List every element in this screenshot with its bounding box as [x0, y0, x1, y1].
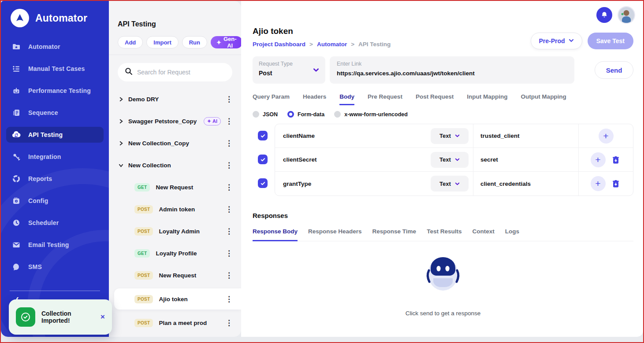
param-type-select[interactable]: Text — [431, 152, 469, 168]
radio-x-www-form-urlencoded[interactable]: x-www-form-urlencoded — [334, 111, 408, 118]
request-type-select[interactable]: Request Type Post — [253, 56, 325, 84]
brand: Automator — [1, 1, 109, 27]
chevron-right-icon[interactable] — [118, 140, 124, 146]
request-name: New Request — [159, 272, 225, 279]
kebab-menu-icon[interactable]: ⋮ — [225, 295, 232, 303]
add-row-button[interactable]: + — [591, 152, 606, 167]
table-row: clientName Text trusted_client + — [275, 124, 633, 148]
request-item[interactable]: POST New Request ⋮ — [118, 266, 232, 284]
sidebar-item-scheduler[interactable]: Scheduler — [6, 215, 104, 231]
notifications-bell-icon[interactable] — [596, 7, 612, 23]
param-value-field[interactable]: trusted_client — [473, 124, 578, 148]
param-value-field[interactable]: client_credentials — [473, 172, 578, 195]
request-type-label: Request Type — [259, 61, 319, 67]
app-window: Automator Automator Manual Test Cases Pe… — [1, 1, 643, 342]
param-type-select[interactable]: Text — [431, 176, 469, 192]
url-label: Enter Link — [337, 61, 567, 67]
sidebar-item-email-testing[interactable]: Email Testing — [6, 237, 104, 253]
sidebar-item-label: Sequence — [28, 109, 58, 116]
add-row-button[interactable]: + — [591, 176, 606, 191]
tab-query-param[interactable]: Query Param — [253, 93, 290, 105]
collection-new-collection[interactable]: New Collection ⋮ — [118, 156, 232, 174]
breadcrumb-automator[interactable]: Automator — [317, 41, 347, 48]
kebab-menu-icon[interactable]: ⋮ — [225, 118, 232, 125]
chevron-right-icon[interactable] — [118, 118, 124, 124]
tab-response-time[interactable]: Response Time — [372, 228, 417, 241]
kebab-menu-icon[interactable]: ⋮ — [225, 206, 232, 213]
delete-row-trash-icon[interactable] — [610, 154, 622, 166]
breadcrumb-separator: > — [309, 41, 313, 48]
form-data-table: clientName Text trusted_client + clientS… — [253, 124, 633, 196]
sidebar-item-reports[interactable]: Reports — [6, 171, 104, 187]
sidebar-item-automator[interactable]: Automator — [6, 39, 104, 55]
kebab-menu-icon[interactable]: ⋮ — [225, 184, 232, 191]
key-icon — [11, 152, 21, 162]
tab-response-headers[interactable]: Response Headers — [308, 228, 362, 241]
tab-input-mapping[interactable]: Input Mapping — [467, 93, 507, 105]
sidebar-item-api-testing[interactable]: API Testing — [6, 127, 104, 143]
sidebar-item-sms[interactable]: SMS — [6, 259, 104, 275]
sidebar-item-sequence[interactable]: Sequence — [6, 105, 104, 121]
document-icon — [11, 108, 21, 118]
toast-close-icon[interactable]: × — [100, 313, 106, 321]
send-button[interactable]: Send — [595, 61, 633, 79]
environment-selector[interactable]: Pre-Prod — [531, 33, 582, 49]
kebab-menu-icon[interactable]: ⋮ — [225, 250, 232, 257]
chevron-down-icon[interactable] — [118, 162, 124, 168]
save-test-button[interactable]: Save Test — [588, 33, 633, 49]
breadcrumb-current: API Testing — [358, 41, 391, 48]
param-type-select[interactable]: Text — [431, 128, 469, 144]
kebab-menu-icon[interactable]: ⋮ — [225, 228, 232, 235]
request-item-selected[interactable]: POST Ajio token ⋮ — [114, 288, 241, 310]
request-item[interactable]: POST Admin token ⋮ — [118, 200, 232, 218]
row-checkbox[interactable] — [258, 131, 268, 140]
request-item[interactable]: GET New Request ⋮ — [118, 178, 232, 196]
radio-form-data[interactable]: Form-data — [287, 111, 324, 118]
delete-row-trash-icon[interactable] — [610, 178, 622, 189]
tab-context[interactable]: Context — [472, 228, 494, 241]
request-item[interactable]: POST Loyalty Admin ⋮ — [118, 222, 232, 240]
request-url-field[interactable]: Enter Link https://qa.services.ajio.com/… — [330, 56, 574, 84]
kebab-menu-icon[interactable]: ⋮ — [225, 162, 232, 169]
brand-name: Automator — [35, 12, 87, 24]
sidebar-item-performance-testing[interactable]: Performance Testing — [6, 83, 104, 99]
tab-body[interactable]: Body — [339, 93, 354, 105]
run-button[interactable]: Run — [182, 36, 207, 48]
collection-demo-dry[interactable]: Demo DRY ⋮ — [118, 90, 232, 108]
row-checkbox[interactable] — [258, 155, 268, 164]
collection-swagger-petstore-copy[interactable]: Swagger Petstore_Copy ✦AI ⋮ — [118, 112, 232, 130]
kebab-menu-icon[interactable]: ⋮ — [225, 319, 232, 327]
tab-response-body[interactable]: Response Body — [253, 228, 298, 241]
add-button[interactable]: Add — [118, 36, 143, 48]
param-value-field[interactable]: secret — [473, 148, 578, 171]
request-search[interactable] — [118, 63, 232, 81]
tab-test-results[interactable]: Test Results — [427, 228, 462, 241]
kebab-menu-icon[interactable]: ⋮ — [225, 272, 232, 279]
gen-ai-button[interactable]: ✦ Gen-AI — [211, 36, 241, 48]
tab-output-mapping[interactable]: Output Mapping — [521, 93, 566, 105]
pie-chart-icon — [11, 174, 21, 184]
sidebar-item-manual-test-cases[interactable]: Manual Test Cases — [6, 61, 104, 77]
kebab-menu-icon[interactable]: ⋮ — [225, 140, 232, 147]
sidebar-item-config[interactable]: Config — [6, 193, 104, 209]
import-button[interactable]: Import — [146, 36, 178, 48]
request-item[interactable]: GET Loyalty Profile ⋮ — [118, 244, 232, 262]
tab-logs[interactable]: Logs — [505, 228, 519, 241]
breadcrumb-project-dashboard[interactable]: Project Dashboard — [253, 41, 305, 48]
param-key-field[interactable]: grantType — [283, 181, 431, 187]
search-input[interactable] — [137, 69, 225, 76]
add-row-button[interactable]: + — [599, 129, 614, 144]
row-checkbox[interactable] — [258, 178, 268, 188]
sidebar-item-integration[interactable]: Integration — [6, 149, 104, 165]
param-key-field[interactable]: clientName — [283, 133, 431, 139]
tab-post-request[interactable]: Post Request — [416, 93, 454, 105]
param-key-field[interactable]: clientSecret — [283, 156, 431, 163]
chevron-right-icon[interactable] — [118, 96, 124, 102]
kebab-menu-icon[interactable]: ⋮ — [225, 96, 232, 103]
request-item[interactable]: POST Plan a meet prod ⋮ — [118, 314, 232, 332]
tab-headers[interactable]: Headers — [303, 93, 326, 105]
user-avatar[interactable] — [618, 6, 635, 24]
radio-json[interactable]: JSON — [253, 111, 278, 118]
collection-new-collection-copy[interactable]: New Collection_Copy ⋮ — [118, 134, 232, 152]
tab-pre-request[interactable]: Pre Request — [368, 93, 402, 105]
